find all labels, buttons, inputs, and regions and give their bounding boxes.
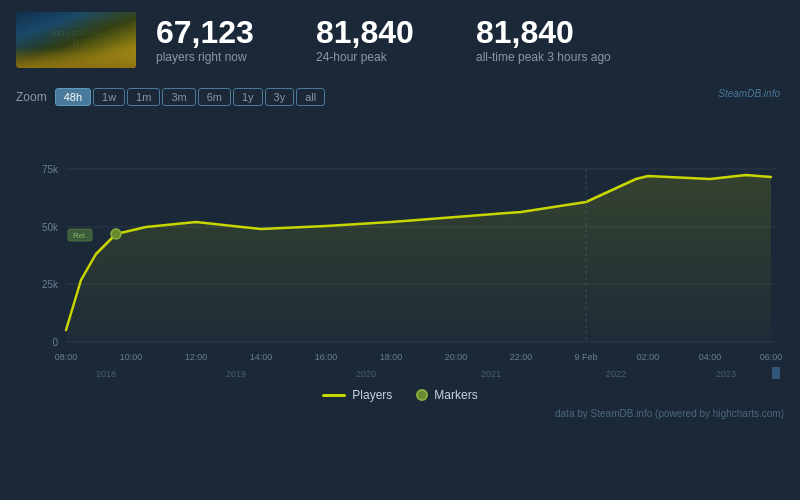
svg-text:02:00: 02:00: [637, 352, 660, 362]
svg-point-24: [111, 229, 121, 239]
svg-text:2018: 2018: [96, 369, 116, 379]
zoom-all[interactable]: all: [296, 88, 325, 106]
stat-block-24h: 81,840 24-hour peak: [316, 16, 456, 64]
svg-text:2019: 2019: [226, 369, 246, 379]
legend-bar: Players Markers: [0, 382, 800, 406]
stat-block-current: 67,123 players right now: [156, 16, 296, 64]
svg-text:Rel.: Rel.: [73, 231, 87, 240]
svg-text:9 Feb: 9 Feb: [574, 352, 597, 362]
zoom-bar: Zoom 48h 1w 1m 3m 6m 1y 3y all: [16, 88, 784, 106]
legend-markers: Markers: [416, 388, 477, 402]
svg-text:2023: 2023: [716, 369, 736, 379]
legend-players: Players: [322, 388, 392, 402]
alltime-peak-label: all-time peak 3 hours ago: [476, 50, 611, 64]
chart-container: SteamDB.info Zoom 48h 1w 1m 3m 6m 1y 3y …: [0, 80, 800, 382]
current-players-number: 67,123: [156, 16, 254, 48]
svg-text:12:00: 12:00: [185, 352, 208, 362]
markers-legend-label: Markers: [434, 388, 477, 402]
markers-dot-indicator: [416, 389, 428, 401]
zoom-3y[interactable]: 3y: [265, 88, 295, 106]
chart-area: 0 25k 50k 75k 08:00 10:00 12:00 14:00 16…: [16, 112, 784, 382]
svg-text:08:00: 08:00: [55, 352, 78, 362]
svg-text:14:00: 14:00: [250, 352, 273, 362]
peak-24h-label: 24-hour peak: [316, 50, 387, 64]
zoom-label: Zoom: [16, 90, 47, 104]
svg-text:50k: 50k: [42, 222, 59, 233]
header: HELLDIVERSII 67,123 players right now 81…: [0, 0, 800, 80]
zoom-1y[interactable]: 1y: [233, 88, 263, 106]
game-image: HELLDIVERSII: [16, 12, 136, 68]
alltime-peak-number: 81,840: [476, 16, 574, 48]
peak-24h-number: 81,840: [316, 16, 414, 48]
svg-rect-32: [772, 367, 780, 379]
svg-text:04:00: 04:00: [699, 352, 722, 362]
svg-text:18:00: 18:00: [380, 352, 403, 362]
current-players-label: players right now: [156, 50, 247, 64]
svg-text:06:00: 06:00: [760, 352, 783, 362]
svg-text:22:00: 22:00: [510, 352, 533, 362]
svg-text:10:00: 10:00: [120, 352, 143, 362]
steamdb-credit: SteamDB.info: [718, 88, 780, 99]
svg-text:2021: 2021: [481, 369, 501, 379]
players-legend-label: Players: [352, 388, 392, 402]
svg-text:20:00: 20:00: [445, 352, 468, 362]
stat-block-alltime: 81,840 all-time peak 3 hours ago: [476, 16, 616, 64]
zoom-3m[interactable]: 3m: [162, 88, 195, 106]
svg-text:0: 0: [52, 337, 58, 348]
svg-text:16:00: 16:00: [315, 352, 338, 362]
zoom-1w[interactable]: 1w: [93, 88, 125, 106]
players-line-indicator: [322, 394, 346, 397]
zoom-6m[interactable]: 6m: [198, 88, 231, 106]
svg-text:2022: 2022: [606, 369, 626, 379]
zoom-1m[interactable]: 1m: [127, 88, 160, 106]
svg-text:2020: 2020: [356, 369, 376, 379]
svg-text:25k: 25k: [42, 279, 59, 290]
zoom-48h[interactable]: 48h: [55, 88, 91, 106]
bottom-credit: data by SteamDB.info (powered by highcha…: [0, 406, 800, 423]
svg-text:75k: 75k: [42, 164, 59, 175]
